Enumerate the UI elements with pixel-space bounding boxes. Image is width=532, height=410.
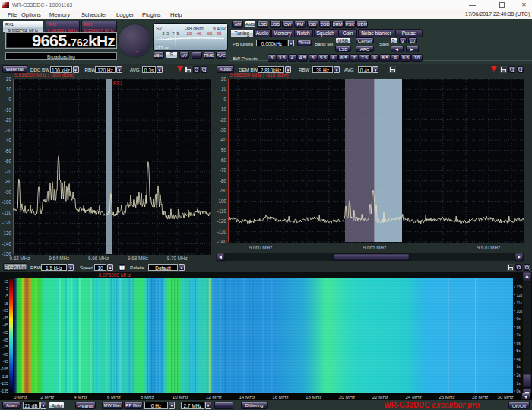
svg-text:-90: -90 xyxy=(5,189,12,195)
svg-text:-60: -60 xyxy=(5,158,12,164)
svg-text:-40: -40 xyxy=(220,137,227,142)
svg-text:-10: -10 xyxy=(5,107,12,113)
svg-text:-20: -20 xyxy=(5,117,12,122)
svg-text:10: 10 xyxy=(221,86,227,91)
svg-text:11s: 11s xyxy=(517,301,523,305)
svg-text:9.616000 MHz [ -100 dBm]: 9.616000 MHz [ -100 dBm] xyxy=(14,72,74,78)
svg-text:9.66 MHz: 9.66 MHz xyxy=(88,256,109,261)
svg-text:9.68 MHz: 9.68 MHz xyxy=(128,256,148,261)
svg-text:-5: -5 xyxy=(5,294,8,298)
svg-text:0: 0 xyxy=(8,97,11,102)
svg-text:-100: -100 xyxy=(217,199,226,204)
svg-text:-55: -55 xyxy=(3,330,9,335)
svg-text:9.62 MHz: 9.62 MHz xyxy=(10,256,30,261)
svg-text:9.660 MHz: 9.660 MHz xyxy=(249,245,272,250)
svg-text:-45: -45 xyxy=(3,323,9,327)
svg-text:2s: 2s xyxy=(517,373,521,377)
svg-text:-50: -50 xyxy=(220,148,227,153)
svg-text:-65: -65 xyxy=(3,338,9,342)
svg-text:7s: 7s xyxy=(517,333,521,337)
svg-text:-110: -110 xyxy=(217,208,227,214)
svg-text:5s: 5s xyxy=(517,349,521,353)
svg-text:RX1: RX1 xyxy=(113,81,123,86)
svg-text:9.70 MHz: 9.70 MHz xyxy=(167,256,188,261)
svg-text:9s: 9s xyxy=(517,317,521,321)
svg-text:80: 80 xyxy=(217,31,222,36)
svg-text:8s: 8s xyxy=(517,326,521,329)
svg-text:-60: -60 xyxy=(220,157,227,163)
svg-text:12s: 12s xyxy=(517,294,523,297)
svg-text:9.64 MHz: 9.64 MHz xyxy=(49,256,69,261)
svg-text:6s: 6s xyxy=(517,342,521,345)
svg-text:-50: -50 xyxy=(5,148,12,154)
svg-text:-100: -100 xyxy=(2,199,11,205)
svg-text:3s: 3s xyxy=(517,365,521,369)
svg-text:-140: -140 xyxy=(2,241,11,246)
svg-text:-110: -110 xyxy=(2,210,12,215)
svg-text:-30: -30 xyxy=(5,128,12,133)
svg-text:-120: -120 xyxy=(217,218,226,224)
svg-text:9.658000 MHz [ -115 dBm]: 9.658000 MHz [ -115 dBm] xyxy=(230,72,288,78)
svg-text:-140: -140 xyxy=(217,239,226,244)
svg-text:1s: 1s xyxy=(517,382,521,386)
svg-text:10s: 10s xyxy=(517,310,523,313)
svg-text:-40: -40 xyxy=(5,138,12,143)
svg-text:-70: -70 xyxy=(5,169,12,174)
svg-text:-15: -15 xyxy=(3,301,9,306)
svg-text:0: 0 xyxy=(223,97,226,102)
svg-text:-90: -90 xyxy=(220,188,227,193)
svg-text:-80: -80 xyxy=(220,178,227,183)
svg-text:9.670 MHz: 9.670 MHz xyxy=(477,245,500,250)
svg-text:4s: 4s xyxy=(517,358,521,361)
svg-text:20: 20 xyxy=(187,31,192,36)
svg-text:40: 40 xyxy=(197,31,202,36)
svg-text:-10: -10 xyxy=(220,106,227,112)
svg-text:-80: -80 xyxy=(5,179,12,184)
svg-text:-85: -85 xyxy=(3,352,9,357)
svg-text:-95: -95 xyxy=(3,359,9,364)
svg-text:-130: -130 xyxy=(2,230,11,236)
svg-text:ATT on: ATT on xyxy=(155,46,169,50)
svg-text:9.665 MHz: 9.665 MHz xyxy=(363,245,386,250)
svg-text:-120: -120 xyxy=(2,220,11,225)
svg-text:10: 10 xyxy=(6,87,12,92)
svg-text:5: 5 xyxy=(6,286,8,291)
svg-text:15: 15 xyxy=(4,279,8,284)
svg-text:-70: -70 xyxy=(220,167,227,173)
svg-text:-75: -75 xyxy=(3,345,9,349)
svg-text:20: 20 xyxy=(6,76,12,81)
svg-text:-20: -20 xyxy=(220,117,227,122)
svg-text:13s: 13s xyxy=(517,285,523,289)
svg-text:-125: -125 xyxy=(1,381,8,386)
svg-text:60: 60 xyxy=(207,31,213,36)
svg-text:-30: -30 xyxy=(220,127,227,132)
svg-text:5.975000 MHz: 5.975000 MHz xyxy=(99,272,131,278)
svg-text:20: 20 xyxy=(221,76,227,81)
svg-text:-115: -115 xyxy=(1,374,8,379)
svg-text:-130: -130 xyxy=(217,229,226,234)
svg-text:-105: -105 xyxy=(1,367,8,371)
svg-text:-35: -35 xyxy=(3,316,9,320)
svg-text:-25: -25 xyxy=(3,308,9,313)
